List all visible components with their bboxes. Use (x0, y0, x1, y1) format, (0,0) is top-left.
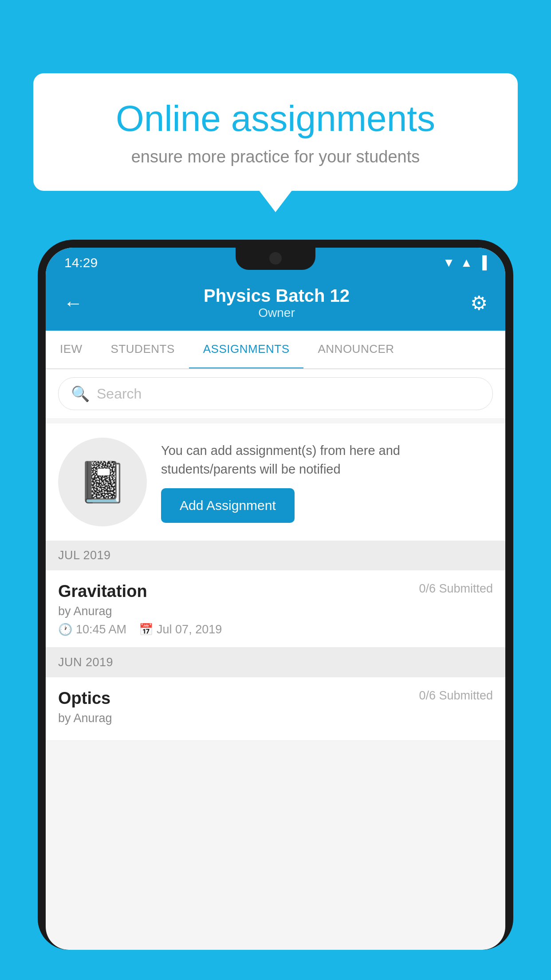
assignment-submitted-optics: 0/6 Submitted (419, 689, 493, 703)
assignment-submitted: 0/6 Submitted (419, 582, 493, 596)
phone-outer: 14:29 ▼ ▲ ▐ ← Physics Batch 12 Owner ⚙ I… (38, 240, 513, 950)
assignment-time-value: 10:45 AM (76, 623, 126, 636)
bubble-subtitle: ensure more practice for your students (60, 147, 491, 166)
assignment-time: 🕐 10:45 AM (58, 623, 126, 636)
clock-icon: 🕐 (58, 623, 72, 636)
promo-icon-circle: 📓 (58, 438, 147, 526)
assignment-name-optics: Optics (58, 689, 110, 708)
phone-screen: 14:29 ▼ ▲ ▐ ← Physics Batch 12 Owner ⚙ I… (46, 248, 505, 950)
tab-assignments[interactable]: ASSIGNMENTS (189, 331, 304, 369)
search-box[interactable]: 🔍 Search (58, 377, 493, 410)
search-container: 🔍 Search (46, 369, 505, 418)
settings-icon[interactable]: ⚙ (470, 292, 488, 314)
assignment-row: Gravitation 0/6 Submitted (58, 582, 493, 601)
speech-bubble-container: Online assignments ensure more practice … (33, 73, 518, 191)
assignment-by: by Anurag (58, 605, 493, 618)
assignment-item-gravitation[interactable]: Gravitation 0/6 Submitted by Anurag 🕐 10… (46, 570, 505, 648)
bubble-title: Online assignments (60, 98, 491, 139)
signal-icon: ▲ (460, 256, 472, 270)
phone-wrapper: 14:29 ▼ ▲ ▐ ← Physics Batch 12 Owner ⚙ I… (38, 240, 513, 980)
header-title: Physics Batch 12 (204, 286, 350, 306)
back-button[interactable]: ← (63, 293, 83, 313)
assignment-by-optics: by Anurag (58, 711, 493, 725)
tab-students[interactable]: STUDENTS (97, 331, 189, 368)
calendar-icon: 📅 (139, 623, 153, 636)
phone-camera (269, 252, 282, 265)
status-icons: ▼ ▲ ▐ (443, 256, 487, 270)
assignment-item-optics[interactable]: Optics 0/6 Submitted by Anurag (46, 677, 505, 741)
battery-icon: ▐ (478, 256, 487, 270)
assignment-name: Gravitation (58, 582, 147, 601)
speech-bubble: Online assignments ensure more practice … (33, 73, 518, 191)
wifi-icon: ▼ (443, 256, 455, 270)
tab-iew[interactable]: IEW (46, 331, 97, 368)
assignment-row-optics: Optics 0/6 Submitted (58, 689, 493, 708)
screen-content: 🔍 Search 📓 You can add assignment(s) fro… (46, 369, 505, 741)
search-icon: 🔍 (71, 385, 90, 403)
promo-text: You can add assignment(s) from here and … (161, 441, 493, 523)
notebook-icon: 📓 (78, 459, 127, 506)
header-center: Physics Batch 12 Owner (204, 286, 350, 320)
status-time: 14:29 (64, 255, 98, 270)
assignment-date-value: Jul 07, 2019 (157, 623, 222, 636)
add-assignment-button[interactable]: Add Assignment (161, 488, 295, 523)
header-subtitle: Owner (204, 306, 350, 320)
tab-announcements[interactable]: ANNOUNCER (303, 331, 408, 368)
assignment-date: 📅 Jul 07, 2019 (139, 623, 222, 636)
tabs-bar: IEW STUDENTS ASSIGNMENTS ANNOUNCER (46, 331, 505, 369)
assignment-meta-row: 🕐 10:45 AM 📅 Jul 07, 2019 (58, 623, 493, 636)
app-header: ← Physics Batch 12 Owner ⚙ (46, 278, 505, 331)
search-placeholder: Search (97, 386, 142, 402)
section-header-jun: JUN 2019 (46, 648, 505, 677)
section-header-jul: JUL 2019 (46, 541, 505, 570)
promo-card: 📓 You can add assignment(s) from here an… (46, 423, 505, 541)
promo-description: You can add assignment(s) from here and … (161, 441, 493, 478)
